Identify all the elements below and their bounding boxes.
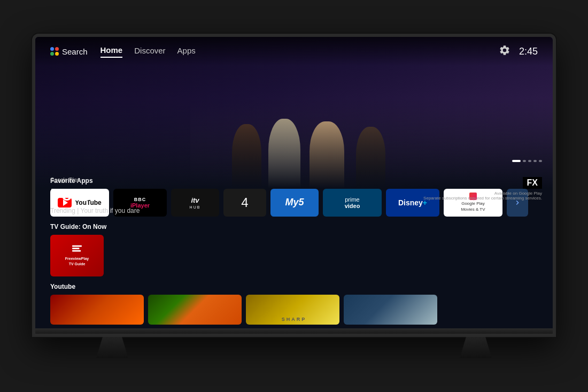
tv-stand-bar xyxy=(35,328,553,334)
nav-discover[interactable]: Discover xyxy=(134,46,165,57)
fx-badge: FX Available on Google Play Separate sub… xyxy=(423,177,542,209)
search-button[interactable]: Search xyxy=(50,47,88,56)
tvguide-row: FreeviewPlayTV Guide BBC one xyxy=(50,235,538,276)
clock-display: 2:45 xyxy=(519,46,538,57)
nav-apps[interactable]: Apps xyxy=(177,46,196,57)
hero-content: Google Play Pose Trending | Your truth i… xyxy=(50,177,140,225)
prime-label: primevideo xyxy=(345,196,360,209)
yt-thumb-2[interactable] xyxy=(148,295,242,325)
nav-right: 2:45 xyxy=(499,44,538,58)
svg-rect-2 xyxy=(72,250,81,252)
fx-available: Available on Google Play xyxy=(423,191,542,196)
ch4-label: 4 xyxy=(241,195,248,210)
hub-label: HUB xyxy=(190,205,201,209)
settings-icon[interactable] xyxy=(499,44,510,58)
tv-bezel: Search Home Discover Apps 2:45 xyxy=(32,34,556,337)
tv-screen: Search Home Discover Apps 2:45 xyxy=(35,37,553,328)
nav-items: Home Discover Apps xyxy=(100,45,196,58)
hero-subtitle: Trending | Your truth if you dare xyxy=(50,207,140,214)
yt-thumb-4[interactable] xyxy=(344,295,437,325)
svg-rect-0 xyxy=(72,245,82,247)
app-prime-video[interactable]: primevideo xyxy=(323,189,382,217)
hero-dots xyxy=(512,160,542,162)
nav-home[interactable]: Home xyxy=(100,45,123,58)
tv-leg-left xyxy=(96,337,128,358)
tv-guide-section: TV Guide: On Now FreeviewPlayTV Guide xyxy=(50,223,538,276)
freeview-tile[interactable]: FreeviewPlayTV Guide xyxy=(50,235,104,276)
itv-label: itv xyxy=(191,196,199,204)
app-itv[interactable]: itv HUB xyxy=(171,189,219,217)
tv-leg-right xyxy=(460,337,492,358)
fx-note: Separate subscriptions required for cert… xyxy=(423,196,542,201)
yt-thumb-1[interactable] xyxy=(50,295,144,325)
app-ch4[interactable]: 4 xyxy=(223,189,266,217)
tv-brand-label: SHARP xyxy=(282,317,307,322)
freeview-label: FreeviewPlayTV Guide xyxy=(65,256,89,267)
app-my5[interactable]: My5 xyxy=(270,189,319,217)
search-label: Search xyxy=(62,47,88,56)
top-nav: Search Home Discover Apps 2:45 xyxy=(35,37,553,66)
tv-legs xyxy=(32,337,556,358)
disney-label: Disney+ xyxy=(398,198,427,207)
hero-provider: Google Play xyxy=(50,177,140,183)
youtube-section-title: Youtube xyxy=(50,283,538,290)
google-icon xyxy=(50,47,59,56)
tv-outer: Search Home Discover Apps 2:45 xyxy=(32,34,556,358)
my5-label: My5 xyxy=(285,197,304,208)
hero-title: Pose xyxy=(50,185,140,205)
svg-rect-1 xyxy=(72,248,80,249)
